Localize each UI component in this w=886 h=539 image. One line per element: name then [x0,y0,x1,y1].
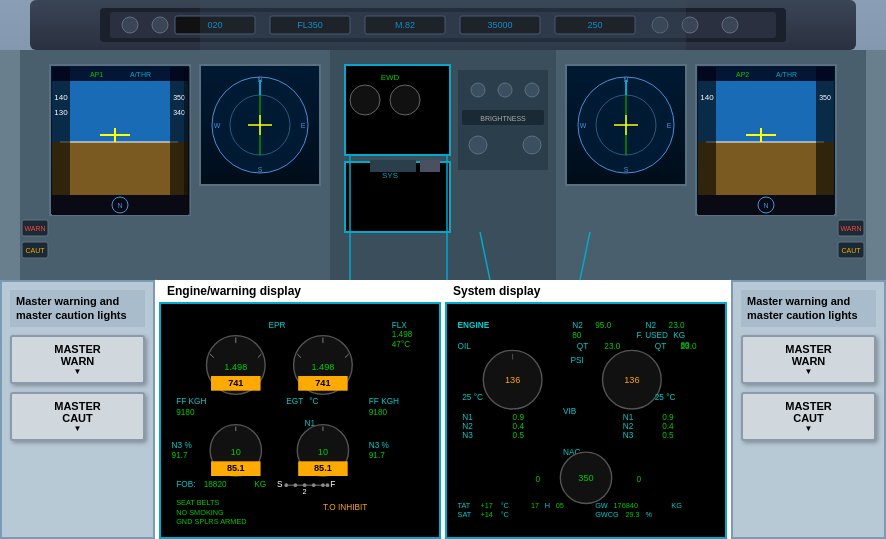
svg-text:9180: 9180 [369,408,388,417]
svg-text:SAT: SAT [458,510,472,519]
master-caut-arrow-left: ▼ [20,424,135,433]
svg-text:BRIGHTNESS: BRIGHTNESS [480,115,526,122]
svg-text:AP1: AP1 [90,71,103,78]
svg-point-162 [321,483,325,487]
svg-text:136: 136 [505,375,520,385]
svg-text:25  °C: 25 °C [655,393,676,402]
svg-text:A/THR: A/THR [776,71,797,78]
svg-text:E: E [667,122,672,129]
svg-point-5 [152,17,168,33]
svg-text:18820: 18820 [204,480,227,489]
svg-text:23.0: 23.0 [680,342,696,351]
svg-text:SEAT BELTS: SEAT BELTS [176,498,219,507]
svg-text:0.4: 0.4 [662,422,674,431]
svg-point-163 [326,483,330,487]
svg-text:140: 140 [700,93,714,102]
svg-text:350: 350 [578,473,593,483]
svg-text:0: 0 [636,475,641,484]
svg-text:GW: GW [595,501,608,510]
svg-text:10: 10 [318,447,328,457]
svg-text:176840: 176840 [614,501,638,510]
master-panel-right: Master warning and master caution lights… [731,280,886,539]
svg-rect-35 [52,67,188,81]
sd-title: System display [445,280,727,302]
svg-text:91.7: 91.7 [369,451,385,460]
svg-text:N: N [763,202,768,209]
svg-text:350: 350 [819,94,831,101]
svg-text:EWD: EWD [381,73,400,82]
svg-text:N2: N2 [646,321,657,330]
svg-text:0.5: 0.5 [662,431,674,440]
sd-screen: ENGINE N2 95.0 N2 23.0 80 F. USED KG 80 … [445,302,727,539]
svg-text:0.9: 0.9 [513,413,525,422]
svg-text:N2: N2 [462,422,473,431]
master-caut-label-left: MASTERCAUT [54,400,100,424]
svg-point-18 [722,17,738,33]
svg-text:AP2: AP2 [736,71,749,78]
svg-text:PSI: PSI [570,356,583,365]
svg-text:23.0: 23.0 [669,321,685,330]
svg-text:GWCG: GWCG [595,510,619,519]
svg-text:°C: °C [501,501,510,510]
svg-text:S: S [258,166,263,173]
svg-point-158 [284,483,288,487]
master-panel-right-title: Master warning and master caution lights [741,290,876,327]
svg-text:N3 %: N3 % [172,441,193,450]
svg-point-159 [294,483,298,487]
svg-text:1.498: 1.498 [224,362,247,372]
svg-text:F: F [330,480,335,489]
master-caut-button-right[interactable]: MASTERCAUT ▼ [741,392,876,441]
master-caut-button-left[interactable]: MASTERCAUT ▼ [10,392,145,441]
svg-text:47°C: 47°C [392,340,410,349]
svg-point-4 [122,17,138,33]
svg-text:N3: N3 [623,431,634,440]
svg-text:OIL: OIL [458,342,472,351]
svg-rect-95 [838,60,866,240]
svg-text:29.3: 29.3 [625,510,639,519]
svg-point-55 [350,85,380,115]
svg-text:N1: N1 [462,413,473,422]
master-panel-left-title: Master warning and master caution lights [10,290,145,327]
svg-text:FLX: FLX [392,321,408,330]
svg-text:95.0: 95.0 [595,321,611,330]
svg-text:S: S [277,480,283,489]
svg-text:741: 741 [228,378,243,388]
svg-rect-86 [816,67,834,215]
ewd-title: Engine/warning display [159,280,441,302]
cockpit-illustration: 020 FL350 M.82 35000 250 140 130 350 340 [0,0,886,280]
master-warn-label-right: MASTERWARN [785,343,831,367]
svg-text:WARN: WARN [840,225,861,232]
svg-point-65 [469,136,487,154]
svg-text:10: 10 [231,447,241,457]
svg-text:QT: QT [655,342,666,351]
svg-rect-94 [20,60,48,240]
master-warn-button-right[interactable]: MASTERWARN ▼ [741,335,876,384]
svg-text:0: 0 [536,475,541,484]
svg-text:S: S [624,166,629,173]
svg-rect-97 [370,160,416,172]
svg-text:140: 140 [54,93,68,102]
svg-text:350: 350 [173,94,185,101]
svg-text:340: 340 [173,109,185,116]
master-caut-arrow-right: ▼ [751,424,866,433]
svg-text:H: H [545,501,550,510]
svg-rect-28 [52,67,70,215]
svg-text:EGT: EGT [286,397,303,406]
svg-rect-88 [698,67,834,81]
ewd-panel: Engine/warning display EPR FLX 1.498 47°… [159,280,441,539]
master-warn-arrow-left: ▼ [20,367,135,376]
svg-rect-84 [698,67,716,215]
svg-text:85.1: 85.1 [314,463,332,473]
svg-text:0.9: 0.9 [662,413,674,422]
lower-section: Master warning and master caution lights… [0,280,886,539]
svg-text:°C: °C [309,397,318,406]
svg-text:N1: N1 [623,413,634,422]
svg-text:FF  KGH: FF KGH [176,397,206,406]
svg-text:N: N [117,202,122,209]
master-warn-button-left[interactable]: MASTERWARN ▼ [10,335,145,384]
svg-rect-34 [184,67,190,215]
svg-text:CAUT: CAUT [841,247,861,254]
svg-text:W: W [580,122,587,129]
svg-text:91.7: 91.7 [172,451,188,460]
svg-point-161 [312,483,316,487]
